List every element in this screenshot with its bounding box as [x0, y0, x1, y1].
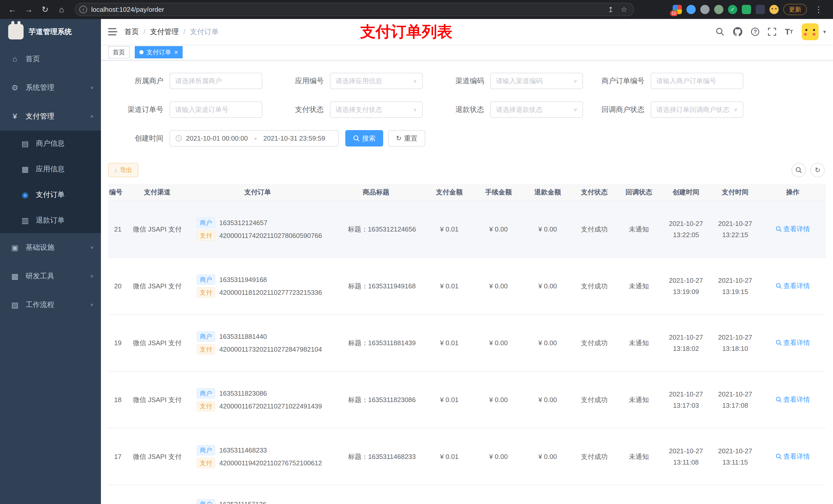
extension-puzzle-icon[interactable]: 10 — [673, 5, 682, 14]
breadcrumb-home[interactable]: 首页 — [124, 27, 139, 37]
channel-code-filter-select[interactable]: 请输入渠道编码 ∨ — [490, 73, 583, 89]
export-button-label: 导出 — [120, 166, 132, 174]
sidebar-item-merchant-info[interactable]: ▤ 商户信息 — [0, 130, 101, 156]
fee-cell: ¥ 0.00 — [474, 258, 523, 314]
chevron-down-icon: ∨ — [734, 107, 738, 113]
merchant-filter-label: 所属商户 — [108, 76, 170, 86]
col-header-action: 操作 — [760, 184, 826, 201]
breadcrumb-pay: 支付管理 — [150, 27, 179, 37]
reload-icon[interactable]: ↻ — [38, 2, 52, 17]
bookmark-star-icon[interactable]: ☆ — [618, 4, 629, 15]
github-icon[interactable] — [733, 27, 742, 37]
notify-status-filter-label: 回调商户状态 — [589, 105, 651, 115]
pay-clock: 13:17:08 — [711, 400, 760, 411]
logo[interactable]: 芋道管理系统 — [0, 19, 101, 45]
pay-status-filter-select[interactable]: 请选择支付状态 ∨ — [330, 101, 423, 118]
sidebar-item-app-info[interactable]: ▦ 应用信息 — [0, 156, 101, 182]
tab-pay-order[interactable]: 支付订单 × — [135, 46, 183, 58]
refresh-table-button[interactable]: ↻ — [810, 163, 825, 177]
font-size-icon[interactable]: TT — [785, 27, 793, 37]
select-placeholder: 请输入渠道编码 — [496, 77, 571, 86]
sidebar-item-system[interactable]: ⚙ 系统管理 ∨ — [0, 73, 101, 102]
view-detail-link[interactable]: 查看详情 — [776, 395, 810, 404]
extension-grey-icon[interactable] — [700, 5, 710, 14]
fee-cell: ¥ 0.00 — [474, 371, 523, 428]
status-cell: 支付成功 — [572, 371, 616, 428]
merchant-tag: 商户 — [197, 499, 215, 504]
status-cell: 支付成功 — [572, 314, 616, 371]
notify-status-filter-select[interactable]: 请选择订单回调商户状态 ∨ — [651, 101, 743, 118]
export-button[interactable]: ↓ 导出 — [108, 163, 138, 177]
browser-menu-icon[interactable]: ⋮ — [811, 2, 826, 17]
sidebar-item-refund-order[interactable]: ▥ 退款订单 — [0, 208, 101, 233]
reset-button[interactable]: ↻ 重置 — [388, 130, 425, 146]
view-detail-link[interactable]: 查看详情 — [776, 224, 810, 234]
user-avatar[interactable] — [802, 23, 819, 40]
view-detail-link[interactable]: 查看详情 — [776, 338, 810, 347]
url-text[interactable]: localhost:1024/pay/order — [91, 6, 601, 14]
select-placeholder: 请选择支付状态 — [336, 105, 411, 114]
sidebar-item-pay[interactable]: ¥ 支付管理 ∧ — [0, 102, 101, 130]
back-icon[interactable]: ← — [5, 2, 20, 17]
navbar-actions: ? TT ▾ — [716, 23, 833, 40]
hamburger-icon[interactable] — [101, 19, 124, 45]
top-navbar: 首页 / 支付管理 / 支付订单 支付订单列表 ? TT — [101, 19, 833, 45]
site-info-icon[interactable]: i — [79, 6, 87, 13]
product-title-cell: 标题：1635311949168 — [327, 258, 425, 314]
extension-sage-icon[interactable] — [714, 5, 723, 14]
address-bar[interactable]: i localhost:1024/pay/order ↥ ☆ — [75, 3, 634, 16]
sidebar-item-workflow[interactable]: ▧ 工作流程 ∨ — [0, 290, 101, 319]
breadcrumb-separator: / — [184, 28, 186, 36]
refund-status-filter-select[interactable]: 请选择退款状态 ∨ — [490, 101, 583, 118]
fullscreen-icon[interactable] — [768, 28, 776, 36]
channel-order-filter-input[interactable] — [170, 101, 262, 118]
avatar-caret-icon[interactable]: ▾ — [823, 29, 826, 35]
app-filter-select[interactable]: 请选择应用信息 ∨ — [330, 73, 423, 89]
create-time-range-picker[interactable]: 2021-10-01 00:00:00 - 2021-10-31 23:59:5… — [170, 130, 339, 146]
merchant-order-line: 商户 1635311157136 — [197, 499, 327, 504]
merchant-filter-input[interactable] — [170, 73, 262, 89]
help-icon[interactable]: ? — [751, 28, 759, 36]
pay-channel-cell: 微信 JSAPI 支付 — [126, 428, 188, 485]
extensions-area: 10 ✓ 更新 ⋮ — [673, 2, 828, 17]
pay-clock: 13:22:15 — [711, 229, 760, 240]
close-icon[interactable]: × — [174, 49, 178, 55]
sidebar-item-label: 工作流程 — [26, 300, 54, 310]
browser-home-icon[interactable]: ⌂ — [54, 2, 69, 17]
date-end-value[interactable]: 2021-10-31 23:59:59 — [263, 135, 325, 142]
pay-time-cell: 2021-10-27 13:18:10 — [711, 314, 760, 371]
sidebar-item-pay-order[interactable]: ◉ 支付订单 — [0, 182, 101, 208]
search-icon[interactable] — [716, 27, 724, 36]
sidebar-item-label: 商户信息 — [36, 139, 65, 148]
sidebar-item-label: 研发工具 — [26, 271, 54, 281]
table-row: 21 微信 JSAPI 支付 商户 1635312124657 支付 42000… — [108, 201, 826, 258]
view-detail-link[interactable]: 查看详情 — [776, 452, 810, 461]
extension-chat-icon[interactable] — [742, 5, 751, 14]
profile-avatar-icon[interactable] — [769, 5, 779, 14]
view-detail-label: 查看详情 — [783, 452, 810, 461]
create-time-cell: 2021-10-27 13:17:03 — [661, 371, 711, 428]
date-start-value[interactable]: 2021-10-01 00:00:00 — [186, 135, 248, 142]
toggle-search-button[interactable] — [791, 163, 806, 177]
view-detail-link[interactable]: 查看详情 — [776, 282, 810, 290]
extension-check-icon[interactable]: ✓ — [728, 5, 737, 14]
sidebar-item-infra[interactable]: ▣ 基础设施 ∨ — [0, 233, 101, 262]
extension-drop-icon[interactable] — [687, 5, 696, 14]
merchant-order-filter-input[interactable] — [651, 73, 743, 89]
create-time-cell: 2021-10-27 13:18:02 — [661, 314, 711, 371]
sidebar-item-home[interactable]: ⌂ 首页 — [0, 45, 101, 73]
sidebar-item-devtools[interactable]: ▩ 研发工具 ∨ — [0, 262, 101, 290]
forward-icon[interactable]: → — [22, 2, 36, 17]
search-button[interactable]: 搜索 — [345, 130, 383, 146]
merchant-order-line: 商户 1635311949168 — [197, 274, 327, 285]
create-clock: 13:19:09 — [661, 286, 711, 297]
create-time-cell: 2021-10-27 13:11:08 — [661, 428, 711, 485]
view-detail-label: 查看详情 — [783, 395, 810, 404]
browser-update-button[interactable]: 更新 — [783, 4, 807, 15]
chevron-down-icon: ∨ — [573, 78, 577, 84]
share-icon[interactable]: ↥ — [605, 4, 616, 15]
table-row: 20 微信 JSAPI 支付 商户 1635311949168 支付 42000… — [108, 258, 826, 314]
extension-pin-icon[interactable] — [756, 5, 765, 14]
tab-home[interactable]: 首页 — [108, 46, 129, 58]
refresh-icon: ↻ — [396, 135, 402, 142]
